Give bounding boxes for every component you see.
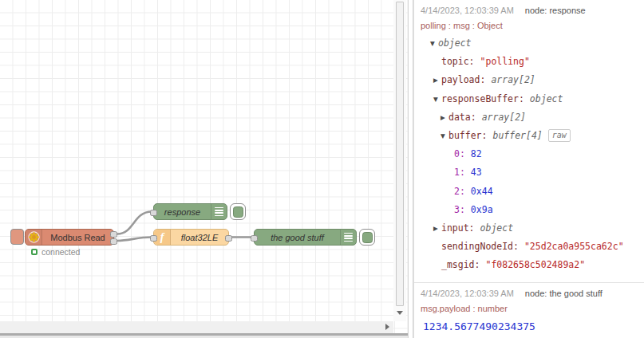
sidebar-splitter[interactable] — [408, 0, 413, 338]
canvas-vertical-scrollbar[interactable] — [393, 0, 406, 321]
debug-message[interactable]: 4/14/2023, 12:03:39 AMnode: the good stu… — [414, 283, 644, 338]
modbus-status: connected — [31, 247, 80, 257]
goodstuff-debug-toggle-button[interactable] — [359, 229, 375, 246]
node-the-good-stuff[interactable]: the good stuff — [254, 229, 357, 246]
collapse-arrow-icon[interactable]: ▼ — [441, 127, 448, 145]
flow-canvas[interactable]: Modbus Read connected response f float32… — [0, 0, 408, 338]
debug-message[interactable]: 4/14/2023, 12:03:39 AMnode: response pol… — [414, 0, 644, 283]
modbus-output-port-1[interactable] — [110, 231, 117, 238]
float32-input-port[interactable] — [150, 235, 157, 242]
status-text: connected — [41, 247, 80, 257]
expand-arrow-icon[interactable]: ▶ — [441, 108, 448, 127]
canvas-horizontal-scrollbar[interactable] — [0, 321, 393, 333]
node-float32le[interactable]: f float32LE — [153, 229, 229, 246]
modbus-output-port-2[interactable] — [110, 238, 117, 245]
float32-output-port[interactable] — [225, 235, 232, 242]
goodstuff-input-port[interactable] — [251, 235, 258, 242]
tree-row[interactable]: ▼object — [421, 34, 638, 53]
tree-row[interactable]: _msgid:"f082658c502489a2" — [421, 256, 638, 274]
debug-timestamp: 4/14/2023, 12:03:39 AM — [421, 6, 514, 15]
tree-row[interactable]: 2:0x44 — [421, 183, 638, 201]
scroll-right-arrow-icon[interactable] — [385, 324, 389, 330]
debug-object-tree: ▼object topic:"polling" ▶payload:array[2… — [421, 34, 638, 275]
node-label: float32LE — [171, 233, 228, 242]
tree-row[interactable]: ▶input:object — [421, 219, 638, 238]
node-label: the good stuff — [255, 233, 340, 242]
node-modbus-read[interactable]: Modbus Read — [25, 229, 114, 246]
debug-sidebar[interactable]: 4/14/2023, 12:03:39 AMnode: response pol… — [413, 0, 644, 338]
debug-meta: msg.payload : number — [421, 304, 638, 313]
tree-row[interactable]: ▶payload:array[2] — [421, 71, 638, 89]
node-label: Modbus Read — [42, 233, 113, 242]
debug-meta: polling : msg : Object — [421, 21, 638, 30]
tree-row[interactable]: ▼responseBuffer:object — [421, 90, 638, 108]
node-response[interactable]: response — [153, 203, 227, 220]
response-input-port[interactable] — [150, 210, 157, 216]
tree-row[interactable]: topic:"polling" — [421, 53, 638, 71]
debug-timestamp: 4/14/2023, 12:03:39 AM — [421, 289, 514, 298]
debug-source-node: node: response — [525, 6, 586, 15]
modbus-flower-icon — [26, 230, 42, 245]
raw-toggle-button[interactable]: raw — [548, 129, 571, 142]
node-red-window: Modbus Read connected response f float32… — [0, 0, 644, 338]
tree-row[interactable]: 1:43 — [421, 163, 638, 182]
tree-row[interactable]: 3:0x9a — [421, 201, 638, 219]
status-connected-icon — [31, 249, 38, 255]
tree-row[interactable]: ▼buffer:buffer[4]raw — [421, 127, 638, 145]
collapse-arrow-icon[interactable]: ▼ — [433, 90, 441, 108]
tree-row[interactable]: 0:82 — [421, 145, 638, 163]
wire-modbus-to-response[interactable] — [117, 212, 152, 234]
modbus-node-button[interactable] — [10, 229, 24, 245]
response-debug-toggle-button[interactable] — [230, 203, 246, 220]
tree-row[interactable]: ▶data:array[2] — [421, 108, 638, 127]
wire-layer — [0, 0, 408, 338]
debug-source-node: node: the good stuff — [525, 289, 603, 298]
tree-row[interactable]: sendingNodeId:"25d2ca0a955ca62c" — [421, 238, 638, 256]
debug-list-icon — [340, 230, 356, 245]
node-label: response — [154, 207, 211, 217]
wire-modbus-to-float32[interactable] — [117, 238, 152, 242]
debug-payload-value: 1234.5677490234375 — [421, 320, 638, 332]
collapse-arrow-icon[interactable]: ▼ — [430, 34, 438, 53]
expand-arrow-icon[interactable]: ▶ — [433, 71, 441, 89]
expand-arrow-icon[interactable]: ▶ — [433, 219, 441, 238]
vertical-scrollbar-thumb[interactable] — [396, 2, 404, 306]
scroll-down-arrow-icon[interactable] — [397, 311, 403, 315]
debug-list-icon — [211, 204, 227, 219]
